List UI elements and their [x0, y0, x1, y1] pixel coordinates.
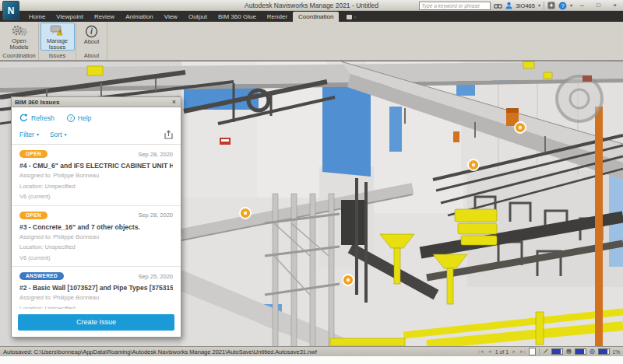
group-label-coordination: Coordination — [0, 51, 38, 60]
issue-pushpin[interactable] — [515, 122, 526, 133]
tab-home[interactable]: Home — [23, 12, 51, 22]
issue-card[interactable]: OPEN Sep 28, 2020 #4 - CMU_6" and IFS EL… — [12, 145, 181, 206]
tab-output[interactable]: Output — [183, 12, 213, 22]
status-badge: ANSWERED — [19, 272, 64, 280]
status-badge: OPEN — [19, 212, 48, 219]
web-progress-icon — [590, 348, 595, 355]
status-badge: OPEN — [19, 150, 48, 158]
share-icon — [164, 130, 173, 139]
issue-date: Sep 28, 2020 — [138, 212, 173, 219]
window-bottom-edge — [0, 356, 623, 364]
panel-close-icon[interactable]: × — [171, 98, 178, 106]
sort-caret-icon: ▾ — [65, 131, 67, 138]
issue-card[interactable]: ANSWERED Sep 25, 2020 #2 - Basic Wall [1… — [12, 267, 181, 309]
ribbon-coordination: Open Models Coordination Manage Issues I… — [0, 22, 623, 61]
next-sheet-button[interactable]: ► — [512, 348, 516, 355]
help-button[interactable]: ? Help — [67, 114, 91, 122]
tab-render[interactable]: Render — [262, 12, 293, 22]
group-label-issues: Issues — [39, 51, 76, 60]
issue-assigned-to: Assigned to: Philippe Bonneau — [19, 172, 173, 180]
filter-sort-row: Filter ▾ Sort ▾ — [12, 125, 181, 144]
titlebar: N Autodesk Navisworks Manage 2021 - Unti… — [0, 0, 623, 11]
tab-coordination[interactable]: Coordination — [293, 12, 339, 22]
signed-in-username[interactable]: 3IO465 — [516, 2, 535, 9]
ribbon-group-about: i About About — [76, 22, 107, 60]
sort-dropdown[interactable]: Sort ▾ — [50, 131, 67, 138]
refresh-label: Refresh — [31, 114, 55, 122]
web-progress-meter — [598, 348, 610, 355]
navisworks-window: N Autodesk Navisworks Manage 2021 - Unti… — [0, 0, 623, 364]
issue-pushpin[interactable] — [468, 159, 479, 170]
svg-text:?: ? — [561, 2, 564, 9]
issue-pushpin[interactable] — [240, 208, 251, 219]
issue-location: Location: Unspecified — [19, 305, 173, 310]
about-info-icon: i — [85, 24, 98, 38]
steering-wheel-ghost-icon — [556, 75, 603, 122]
manage-issues-button[interactable]: Manage Issues — [40, 23, 75, 51]
issue-location: Location: Unspecified — [19, 183, 173, 191]
user-menu-caret-icon[interactable]: ▾ — [538, 2, 540, 9]
issue-title[interactable]: #3 - Concrete_16" and 7 other objects. — [19, 223, 173, 231]
user-icon — [505, 1, 512, 10]
panel-toolbar: Refresh ? Help — [12, 107, 181, 125]
issue-pushpin[interactable] — [343, 275, 354, 285]
open-models-button[interactable]: Open Models — [2, 23, 37, 51]
sheet-page-indicator: 1 of 1 — [495, 349, 509, 355]
ribbon-tab-bar: Home Viewpoint Review Animation View Out… — [0, 11, 623, 22]
pencil-progress-icon — [543, 348, 548, 355]
close-button[interactable]: × — [608, 1, 621, 10]
disk-progress-meter — [575, 348, 586, 355]
svg-text:i: i — [90, 27, 93, 36]
minimize-button[interactable]: – — [575, 1, 589, 10]
about-button[interactable]: i About — [79, 23, 105, 51]
help-menu-caret-icon[interactable]: ▾ — [570, 2, 572, 9]
filter-caret-icon: ▾ — [37, 131, 39, 138]
issue-date: Sep 25, 2020 — [138, 273, 173, 280]
search-binoculars-icon[interactable] — [494, 1, 502, 10]
share-button[interactable] — [164, 130, 173, 139]
previous-sheet-button[interactable]: ◄ — [487, 348, 492, 355]
navisworks-app-icon[interactable]: N — [2, 1, 19, 20]
open-models-label: Open Models — [3, 38, 36, 51]
last-sheet-button[interactable]: ►| — [519, 348, 526, 355]
issue-version: V6 (current) — [19, 193, 173, 201]
bim360-issues-panel: BIM 360 Issues × Refresh ? Help Filter ▾ — [11, 96, 181, 338]
issue-assigned-to: Assigned to: Philippe Bonneau — [19, 233, 173, 242]
disk-progress-icon — [566, 348, 572, 355]
ribbon-group-issues: Manage Issues Issues — [39, 22, 76, 60]
maximize-button[interactable]: □ — [592, 1, 605, 10]
tab-review[interactable]: Review — [89, 12, 120, 22]
issue-card[interactable]: OPEN Sep 28, 2020 #3 - Concrete_16" and … — [12, 206, 181, 268]
pencil-progress-meter — [551, 348, 563, 355]
tab-viewpoint[interactable]: Viewpoint — [51, 12, 89, 22]
statusbar-separator — [539, 348, 540, 355]
ribbon-panel-icon — [347, 15, 352, 19]
tab-view[interactable]: View — [159, 12, 183, 22]
help-circle-icon: ? — [67, 114, 75, 122]
viewport-area: BIM 360 Issues × Refresh ? Help Filter ▾ — [0, 61, 623, 346]
issue-title[interactable]: #4 - CMU_6" and IFS ELECTRIC CABINET UNI… — [19, 162, 173, 170]
issue-title[interactable]: #2 - Basic Wall [1073527] and Pipe Types… — [19, 284, 173, 292]
help-icon[interactable]: ? — [558, 1, 567, 10]
refresh-button[interactable]: Refresh — [19, 114, 55, 122]
issue-date: Sep 28, 2020 — [138, 151, 173, 158]
sheet-browser-button[interactable] — [529, 348, 536, 355]
first-sheet-button[interactable]: |◄ — [478, 348, 484, 355]
tab-bim360-glue[interactable]: BIM 360 Glue — [213, 12, 262, 22]
about-label: About — [84, 39, 100, 45]
filter-dropdown[interactable]: Filter ▾ — [19, 131, 39, 138]
tab-animation[interactable]: Animation — [120, 12, 159, 22]
communication-center-icon[interactable] — [547, 1, 555, 10]
create-issue-button[interactable]: Create Issue — [18, 314, 174, 331]
ribbon-display-options-button[interactable]: ▾ — [343, 12, 359, 22]
issue-assigned-to: Assigned to: Philippe Bonneau — [19, 294, 173, 303]
ribbon-options-caret-icon: ▾ — [354, 13, 356, 21]
panel-titlebar[interactable]: BIM 360 Issues × — [12, 97, 181, 107]
memory-indicator: 1% — [613, 349, 620, 355]
search-input[interactable] — [419, 2, 491, 10]
filter-label: Filter — [19, 131, 34, 138]
refresh-icon — [19, 114, 28, 122]
manage-issues-label: Manage Issues — [41, 38, 74, 51]
sort-label: Sort — [50, 131, 62, 138]
ribbon-group-coordination: Open Models Coordination — [0, 22, 39, 60]
